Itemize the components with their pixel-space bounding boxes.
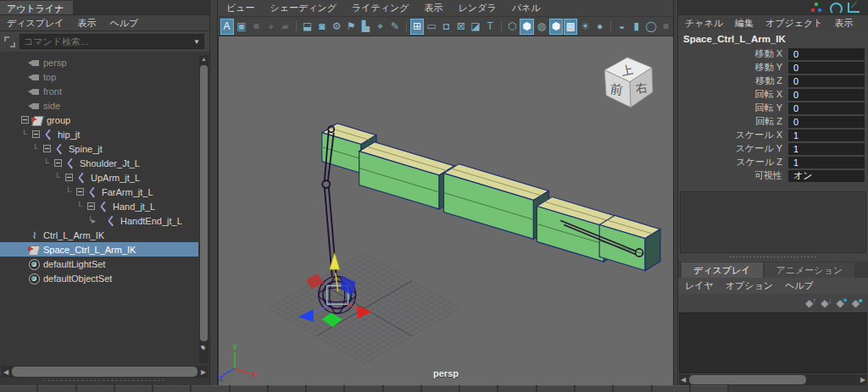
channel-value-field[interactable]: 0 xyxy=(788,48,865,60)
layer-tab-ディスプレイ[interactable]: ディスプレイ xyxy=(682,262,763,278)
outliner-item-side[interactable]: side xyxy=(0,98,198,113)
channel-value-field[interactable]: 0 xyxy=(788,116,865,128)
search-dropdown-icon[interactable]: ▼ xyxy=(193,38,200,46)
textured-icon[interactable]: ⬢ xyxy=(549,19,563,35)
scroll-left-icon[interactable]: ◀ xyxy=(2,366,10,378)
scrollbar-thumb[interactable] xyxy=(12,367,198,377)
outliner-item-hip_jt[interactable]: └くhip_jt xyxy=(0,127,198,141)
expander-icon[interactable] xyxy=(43,145,51,152)
outliner-item-UpArm_jt_L[interactable]: └くUpArm_jt_L xyxy=(0,170,198,185)
view-cube[interactable]: 上 前 右 xyxy=(604,58,653,108)
gauge-icon[interactable] xyxy=(829,3,841,13)
outliner-tab[interactable]: アウトライナ xyxy=(0,1,73,14)
expander-icon[interactable] xyxy=(76,188,84,196)
command-search-input[interactable] xyxy=(24,36,193,47)
outliner-item-top[interactable]: top xyxy=(0,69,198,84)
default-lighting-icon[interactable]: ☀ xyxy=(578,19,592,35)
use-all-lights-icon[interactable]: ▩ xyxy=(564,19,577,35)
channel-name[interactable]: スケール Z xyxy=(736,156,782,168)
time-tick[interactable] xyxy=(115,385,152,392)
pan-zoom-icon[interactable]: ⌖ xyxy=(374,19,387,35)
layer-menu-1[interactable]: オプション xyxy=(726,279,773,292)
outliner-item-FarArm_jt_L[interactable]: └くFarArm_jt_L xyxy=(0,185,198,199)
time-tick[interactable] xyxy=(653,385,689,392)
time-tick[interactable] xyxy=(307,385,343,392)
time-tick[interactable] xyxy=(345,385,381,392)
time-tick[interactable] xyxy=(460,385,497,392)
channel-value-field[interactable]: 1 xyxy=(788,130,865,141)
outliner-menu-2[interactable]: ヘルプ xyxy=(110,17,139,30)
outliner-item-Ctrl_L_Arm_IK[interactable]: ≀Ctrl_L_Arm_IK xyxy=(0,228,198,242)
outliner-item-group[interactable]: group xyxy=(0,113,198,127)
layer-menu-2[interactable]: ヘルプ xyxy=(785,279,814,292)
outliner-item-Spine_jt[interactable]: └くSpine_jt xyxy=(0,141,198,156)
gate-mask-icon[interactable]: ⊠ xyxy=(454,19,468,35)
wireframe-on-shaded-icon[interactable]: ◍ xyxy=(535,19,548,35)
arm-box[interactable] xyxy=(444,164,549,240)
film-gate-icon[interactable]: ▭ xyxy=(425,19,438,35)
new-empty-layer-icon[interactable]: ◆+ xyxy=(837,298,844,308)
anti-alias-icon[interactable]: ◯ xyxy=(644,19,658,35)
time-tick[interactable] xyxy=(153,385,190,392)
time-tick[interactable] xyxy=(576,385,612,392)
bookmark-icon[interactable]: ⚑ xyxy=(344,19,358,35)
channel-value-field[interactable]: 0 xyxy=(788,62,865,74)
camera-settings-icon[interactable]: ⚙ xyxy=(330,19,343,35)
selection-mask-icon[interactable] xyxy=(4,36,15,47)
channel-value-field[interactable]: 1 xyxy=(788,143,865,155)
channel-box-menu-0[interactable]: チャネル xyxy=(685,17,723,30)
arm-geometry-boxes[interactable] xyxy=(322,124,660,271)
expander-icon[interactable] xyxy=(87,202,95,210)
time-tick[interactable] xyxy=(231,385,267,392)
safe-title-icon[interactable]: T xyxy=(483,19,497,35)
time-tick[interactable] xyxy=(384,385,420,392)
viewport-menu-2[interactable]: ライティング xyxy=(352,2,409,14)
channel-value-field[interactable]: 1 xyxy=(788,157,865,168)
layer-menu-0[interactable]: レイヤ xyxy=(685,279,714,292)
shadows-icon[interactable]: ● xyxy=(593,19,606,35)
time-slider-strip[interactable] xyxy=(0,385,868,392)
channel-layer-splitter[interactable]: ·························· xyxy=(678,253,868,262)
arm-box[interactable] xyxy=(359,142,454,209)
outliner-item-front[interactable]: front xyxy=(0,84,198,98)
expander-icon[interactable] xyxy=(65,174,73,181)
move-layer-up-icon[interactable]: ◆↑ xyxy=(805,298,813,308)
panel-divider-left[interactable] xyxy=(209,0,218,385)
layer-horizontal-scrollbar[interactable]: ◀ ▶ xyxy=(679,374,867,385)
scroll-right-icon[interactable]: ▶ xyxy=(859,374,867,385)
expander-icon[interactable] xyxy=(32,130,40,138)
view-cube-front-label[interactable]: 前 xyxy=(609,81,624,97)
lasso-select-icon[interactable]: ■ xyxy=(249,19,263,35)
time-tick[interactable] xyxy=(691,385,727,392)
channel-box-menu-2[interactable]: オブジェクト xyxy=(765,17,823,30)
pick-chooser-icon[interactable]: ▰ xyxy=(278,19,292,35)
panel-resize-handle[interactable]: ····························· xyxy=(0,378,209,385)
time-tick[interactable] xyxy=(614,385,650,392)
viewport-menu-4[interactable]: レンダラ xyxy=(459,2,497,14)
viewport-menu-0[interactable]: ビュー xyxy=(226,2,255,14)
channel-box-menu-3[interactable]: 表示 xyxy=(835,17,854,30)
layer-tab-アニメーション[interactable]: アニメーション xyxy=(765,262,855,278)
time-slider-ticks[interactable] xyxy=(0,385,729,392)
scrollbar-thumb[interactable] xyxy=(689,375,806,384)
scroll-up-icon[interactable]: ▲ xyxy=(199,55,209,63)
marquee-select-icon[interactable]: ▣ xyxy=(235,19,248,35)
manip-xz-plane[interactable] xyxy=(322,312,342,327)
expander-icon[interactable] xyxy=(21,116,29,124)
outliner-corner-dropdown-icon[interactable]: ▼ xyxy=(199,344,206,351)
renderer-icon[interactable]: ■ xyxy=(659,19,672,35)
viewport-menu-3[interactable]: 表示 xyxy=(425,2,443,14)
viewport-menu-5[interactable]: パネル xyxy=(512,2,541,14)
expander-icon[interactable] xyxy=(54,159,62,167)
time-tick[interactable] xyxy=(422,385,459,392)
channel-name[interactable]: 移動 Y xyxy=(755,61,782,74)
scrollbar-thumb[interactable] xyxy=(200,65,208,341)
camera-icon[interactable]: ⬓ xyxy=(300,19,314,35)
view-cube-right-label[interactable]: 右 xyxy=(635,80,648,96)
channel-name[interactable]: 回転 Y xyxy=(755,102,782,114)
viewport-menu-1[interactable]: シェーディング xyxy=(270,2,337,14)
graph-icon[interactable] xyxy=(848,3,860,13)
outliner-horizontal-scrollbar[interactable]: ◀ ▶ xyxy=(2,366,208,378)
time-tick[interactable] xyxy=(38,385,75,392)
outliner-menu-1[interactable]: 表示 xyxy=(78,17,97,30)
